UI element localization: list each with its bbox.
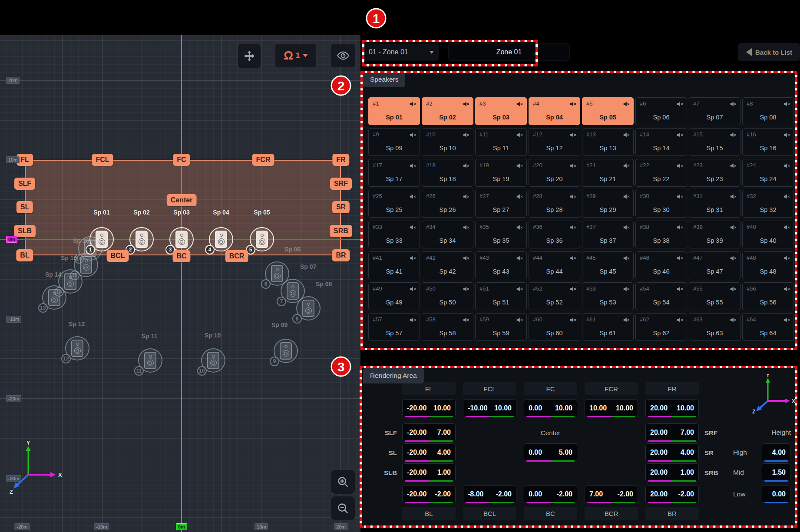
coords-fc[interactable]: 0.0010.00 [524, 399, 577, 417]
mute-icon[interactable] [569, 224, 577, 233]
height-value-low[interactable]: 0.00 [762, 485, 790, 503]
mute-icon[interactable] [623, 193, 630, 202]
mute-icon[interactable] [623, 285, 630, 294]
speaker-cell[interactable]: #54Sp 54 [635, 282, 687, 310]
mute-icon[interactable] [463, 162, 470, 171]
mute-icon[interactable] [516, 285, 523, 294]
height-value-mid[interactable]: 1.50 [762, 463, 790, 482]
mute-icon[interactable] [676, 285, 684, 294]
mute-icon[interactable] [623, 316, 630, 325]
area-node-fcr[interactable]: FCR [252, 154, 274, 166]
speaker-cell[interactable]: #5Sp 05 [582, 97, 634, 125]
zone-select-dropdown[interactable]: 01 - Zone 01 [364, 43, 439, 61]
speaker-cell[interactable]: #19Sp 19 [475, 159, 527, 187]
zone-name-input[interactable] [448, 43, 570, 61]
height-value-high[interactable]: 4.00 [762, 443, 790, 462]
area-node-fc[interactable]: FC [173, 154, 190, 166]
mute-icon[interactable] [409, 193, 417, 202]
speaker-cell[interactable]: #49Sp 49 [368, 282, 420, 310]
speaker-cell[interactable]: #6Sp 06 [635, 97, 687, 125]
coords-slf[interactable]: -20.007.00 [402, 423, 456, 442]
zoom-in-button[interactable] [331, 470, 355, 494]
area-node-bc[interactable]: BC [172, 250, 190, 262]
speaker-cell[interactable]: #29Sp 29 [582, 190, 634, 218]
mute-icon[interactable] [623, 254, 630, 264]
mute-icon[interactable] [676, 254, 684, 264]
speaker-cell[interactable]: #44Sp 44 [529, 251, 580, 279]
speaker-cell[interactable]: #37Sp 37 [582, 221, 634, 248]
coords-bcr[interactable]: 7.00-2.00 [585, 485, 638, 503]
mute-icon[interactable] [463, 254, 470, 264]
speaker-cell[interactable]: #34Sp 34 [422, 221, 473, 248]
coords-bl[interactable]: -20.00-2.00 [402, 485, 456, 503]
speaker-cell[interactable]: #15Sp 15 [689, 128, 740, 156]
speaker-cell[interactable]: #57Sp 57 [368, 313, 420, 341]
back-to-list-button[interactable]: Back to List [738, 43, 800, 61]
mute-icon[interactable] [463, 100, 470, 109]
speaker-cell[interactable]: #39Sp 39 [689, 221, 740, 248]
speaker-cell[interactable]: #27Sp 27 [475, 190, 527, 218]
speaker-cell[interactable]: #58Sp 58 [422, 313, 473, 341]
mute-icon[interactable] [783, 100, 790, 109]
speaker-cell[interactable]: #28Sp 28 [529, 190, 580, 218]
speaker-cell[interactable]: #63Sp 63 [689, 313, 740, 341]
speaker-cell[interactable]: #20Sp 20 [529, 159, 580, 187]
speaker-cell[interactable]: #10Sp 10 [422, 128, 473, 156]
area-node-fr[interactable]: FR [332, 154, 349, 166]
speaker-cell[interactable]: #47Sp 47 [689, 251, 740, 279]
area-node-center[interactable]: Center [167, 194, 197, 206]
speaker-cell[interactable]: #24Sp 24 [742, 159, 794, 187]
speaker-cell[interactable]: #26Sp 26 [422, 190, 473, 218]
coords-sr[interactable]: 20.004.00 [645, 443, 699, 462]
speaker-cell[interactable]: #43Sp 43 [475, 251, 527, 279]
speaker-cell[interactable]: #7Sp 07 [689, 97, 740, 125]
speaker-cell[interactable]: #23Sp 23 [689, 159, 740, 187]
speaker-marker[interactable]: 1Sp 01 [89, 227, 114, 251]
speaker-cell[interactable]: #41Sp 41 [368, 251, 420, 279]
coords-slb[interactable]: -20.001.00 [402, 463, 456, 482]
speaker-cell[interactable]: #42Sp 42 [422, 251, 473, 279]
area-node-srb[interactable]: SRB [330, 225, 352, 237]
mute-icon[interactable] [783, 162, 790, 171]
speaker-marker[interactable]: 5Sp 05 [250, 227, 274, 251]
speaker-cell[interactable]: #61Sp 61 [582, 313, 634, 341]
speaker-cell[interactable]: #12Sp 12 [529, 128, 580, 156]
mute-icon[interactable] [730, 193, 737, 202]
speaker-cell[interactable]: #48Sp 48 [742, 251, 794, 279]
mute-icon[interactable] [623, 162, 630, 171]
speaker-cell[interactable]: #46Sp 46 [635, 251, 687, 279]
mute-icon[interactable] [516, 224, 523, 233]
mute-icon[interactable] [730, 285, 737, 294]
speaker-cell[interactable]: #50Sp 50 [422, 282, 473, 310]
speaker-layout-canvas[interactable]: 20m10m0m-10m-20m-30m-20m-10m0m10m20m16Sp… [0, 35, 360, 532]
mute-icon[interactable] [463, 224, 470, 233]
mute-icon[interactable] [516, 316, 523, 325]
mute-icon[interactable] [409, 131, 417, 140]
mute-icon[interactable] [569, 285, 577, 294]
coords-fcr[interactable]: 10.0010.00 [585, 399, 638, 417]
mute-icon[interactable] [783, 316, 790, 325]
area-node-bcl[interactable]: BCL [107, 250, 129, 262]
mute-icon[interactable] [463, 285, 470, 294]
mute-icon[interactable] [569, 100, 577, 109]
area-node-slb[interactable]: SLB [14, 225, 36, 237]
mute-icon[interactable] [730, 254, 737, 264]
speaker-cell[interactable]: #36Sp 36 [529, 221, 580, 248]
mute-icon[interactable] [409, 285, 417, 294]
zoom-out-button[interactable] [331, 496, 355, 520]
speaker-cell[interactable]: #45Sp 45 [582, 251, 634, 279]
speaker-cell[interactable]: #17Sp 17 [368, 159, 420, 187]
speaker-cell[interactable]: #53Sp 53 [582, 282, 634, 310]
speaker-cell[interactable]: #60Sp 60 [529, 313, 580, 341]
area-node-sr[interactable]: SR [332, 201, 350, 213]
mute-icon[interactable] [516, 254, 523, 264]
area-node-slf[interactable]: SLF [14, 178, 35, 190]
speaker-cell[interactable]: #55Sp 55 [689, 282, 740, 310]
speaker-cell[interactable]: #8Sp 08 [742, 97, 794, 125]
mute-icon[interactable] [730, 100, 737, 109]
speaker-cell[interactable]: #38Sp 38 [635, 221, 687, 248]
speaker-cell[interactable]: #1Sp 01 [368, 97, 420, 125]
mute-icon[interactable] [730, 316, 737, 325]
speakers-panel-tab[interactable]: Speakers [363, 72, 405, 87]
mute-icon[interactable] [676, 131, 684, 140]
